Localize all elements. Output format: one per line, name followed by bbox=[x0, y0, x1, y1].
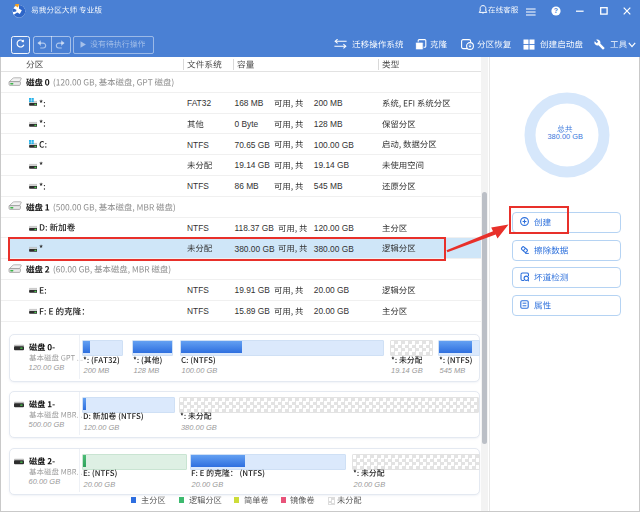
svg-text:?: ? bbox=[553, 7, 557, 14]
